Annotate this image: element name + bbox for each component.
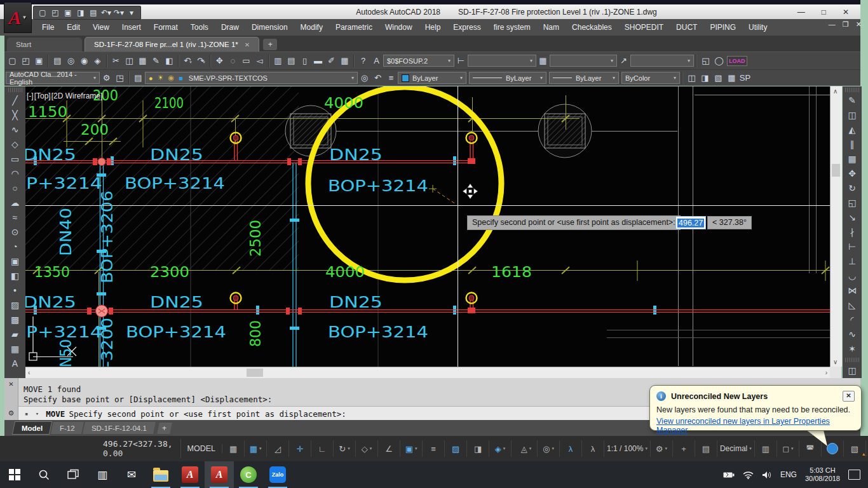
command-options-icon[interactable]: ▪ ▾ bbox=[18, 410, 46, 417]
polygon-icon[interactable]: ◇ bbox=[8, 137, 23, 152]
plot-icon[interactable]: ▤ bbox=[51, 54, 64, 68]
scroll-up-icon[interactable]: ∧ bbox=[833, 88, 837, 95]
publish-icon[interactable]: ◉ bbox=[78, 54, 91, 68]
command-close-icon[interactable]: ✕ bbox=[8, 381, 13, 388]
construction-line-icon[interactable]: ╳ bbox=[8, 108, 23, 123]
copy-object-icon[interactable]: ◫ bbox=[844, 108, 860, 123]
load-application-button[interactable]: LOAD bbox=[727, 56, 747, 66]
close-button[interactable]: ✕ bbox=[843, 8, 849, 17]
taskbar-mail-icon[interactable]: ✉ bbox=[117, 461, 146, 488]
point-icon[interactable]: • bbox=[8, 283, 23, 298]
plot-icon[interactable]: ▤ bbox=[87, 8, 100, 18]
explode-icon[interactable]: ✶ bbox=[844, 342, 860, 356]
speaker-icon[interactable] bbox=[762, 471, 772, 479]
block-editor-icon[interactable]: ◧ bbox=[163, 54, 176, 68]
horizontal-scrollbar[interactable]: ‹ › bbox=[25, 367, 830, 379]
object-snap-icon[interactable]: ▣▾ bbox=[400, 440, 423, 457]
line-icon[interactable]: ╱ bbox=[8, 93, 23, 108]
join-icon[interactable]: ⋈ bbox=[844, 283, 860, 298]
3d-dwf-icon[interactable]: ◈ bbox=[91, 54, 104, 68]
menu-shopedit[interactable]: SHOPEDIT bbox=[618, 19, 670, 36]
taskbar-autocad-classic-icon[interactable]: A bbox=[175, 461, 205, 488]
redo-icon[interactable]: ↷▾ bbox=[112, 8, 125, 18]
taskbar-autocad-2018-icon[interactable]: A bbox=[205, 461, 234, 488]
table-icon[interactable]: ▦ bbox=[8, 342, 23, 356]
sheet-set-manager-icon[interactable]: ▬ bbox=[311, 54, 325, 68]
selection-cycling-icon[interactable]: ◨ bbox=[467, 440, 489, 457]
bring-to-front-icon[interactable]: ◫ bbox=[844, 363, 860, 378]
layer-states-icon[interactable]: ≡ bbox=[384, 71, 398, 85]
redo-icon[interactable]: ↷▾ bbox=[194, 54, 208, 68]
battery-icon[interactable] bbox=[723, 471, 735, 478]
new-layout-button[interactable]: + bbox=[157, 423, 172, 434]
qsave-icon[interactable]: ▣ bbox=[62, 8, 74, 18]
ellipse-icon[interactable]: ⊙ bbox=[8, 225, 23, 240]
menu-express[interactable]: Express bbox=[447, 19, 487, 36]
plot-preview-icon[interactable]: ◎ bbox=[64, 54, 78, 68]
plotstyle-combo[interactable]: ByColor▾ bbox=[621, 72, 680, 84]
design-center-icon[interactable]: ▤ bbox=[285, 54, 298, 68]
toolbar-grip[interactable] bbox=[8, 88, 22, 92]
menu-insert[interactable]: Insert bbox=[116, 19, 147, 36]
menu-file[interactable]: File bbox=[36, 19, 60, 36]
minimize-button[interactable]: — bbox=[797, 8, 805, 17]
new-icon[interactable]: ▢ bbox=[6, 54, 19, 68]
notification-link[interactable]: View unreconciled new layers in Layer Pr… bbox=[656, 417, 855, 435]
menu-tools[interactable]: Tools bbox=[184, 19, 215, 36]
array-icon[interactable]: ▦ bbox=[844, 152, 860, 166]
quick-calc-icon[interactable]: ▦ bbox=[338, 54, 351, 68]
copy-clip-icon[interactable]: ◫ bbox=[123, 54, 136, 68]
menu-nam[interactable]: Nam bbox=[537, 19, 566, 36]
command-wrench-icon[interactable]: ⚙ bbox=[8, 409, 15, 417]
annotation-monitor-plus-icon[interactable]: + bbox=[673, 440, 695, 457]
lineweight-combo[interactable]: ByLayer▾ bbox=[549, 72, 619, 84]
taskbar-start-icon[interactable] bbox=[0, 461, 29, 488]
maximize-button[interactable]: □ bbox=[822, 8, 826, 17]
match-layer-icon[interactable]: ◫ bbox=[685, 71, 698, 85]
trim-icon[interactable]: ∤ bbox=[844, 225, 860, 240]
mirror-icon[interactable]: ◭ bbox=[844, 123, 860, 137]
layer-properties-manager-icon[interactable]: ▤ bbox=[132, 71, 145, 85]
qnew-icon[interactable]: ▢ bbox=[36, 8, 49, 18]
autocad-app-menu-button[interactable]: A▼ bbox=[4, 2, 32, 33]
model-space-button[interactable]: MODEL bbox=[181, 444, 222, 453]
horizontal-scroll-thumb[interactable] bbox=[247, 369, 263, 377]
rectangle-icon[interactable]: ▭ bbox=[8, 152, 23, 166]
move-icon[interactable]: ✥ bbox=[844, 166, 860, 181]
annotation-visibility-icon[interactable]: λ bbox=[560, 440, 582, 457]
text-style-combo[interactable]: $0$FOSUP.2▾ bbox=[383, 55, 454, 67]
tab-active-drawing[interactable]: SD-1F-F-27-08 Fire pr...el 1 (riv .1)-ZO… bbox=[85, 37, 259, 51]
circle-icon[interactable]: ○ bbox=[8, 181, 23, 196]
mleader-style-icon[interactable]: ↗ bbox=[617, 54, 630, 68]
lineweight-display-icon[interactable]: ≡ bbox=[423, 440, 445, 457]
menu-help[interactable]: Help bbox=[419, 19, 447, 36]
selection-filter-icon[interactable]: ◬▾ bbox=[515, 440, 538, 457]
autoscale-icon[interactable]: λ bbox=[582, 440, 604, 457]
toolbar-grip[interactable] bbox=[845, 88, 859, 92]
menu-duct[interactable]: DUCT bbox=[670, 19, 703, 36]
break-at-point-icon[interactable]: ⊥ bbox=[844, 254, 860, 269]
zoom-realtime-icon[interactable]: ◌ bbox=[226, 54, 240, 68]
annotation-scale-label[interactable]: 1:1 / 100%▾ bbox=[604, 440, 651, 457]
text-style-icon[interactable]: A bbox=[370, 54, 383, 68]
scale-icon[interactable]: ◱ bbox=[844, 196, 860, 210]
grid-display-icon[interactable]: ▦ bbox=[222, 440, 245, 457]
tab-close-icon[interactable]: ✕ bbox=[245, 41, 250, 48]
table-style-icon[interactable]: ▦ bbox=[536, 54, 550, 68]
infer-constraints-icon[interactable]: ◿ bbox=[267, 440, 289, 457]
taskbar-search-icon[interactable] bbox=[29, 461, 58, 488]
fillet-icon[interactable]: ◜ bbox=[844, 313, 860, 327]
tab-model[interactable]: Model bbox=[12, 421, 53, 435]
scroll-left-icon[interactable]: ‹ bbox=[28, 369, 30, 376]
clock[interactable]: 5:03 CH 30/08/2018 bbox=[805, 466, 840, 483]
pan-icon[interactable]: ✥ bbox=[213, 54, 226, 68]
save-as-icon[interactable]: ◨ bbox=[74, 8, 87, 18]
menu-modify[interactable]: Modify bbox=[294, 19, 329, 36]
taskbar-store-icon[interactable]: ▥ bbox=[88, 461, 117, 488]
spline-icon[interactable]: ≈ bbox=[8, 210, 23, 225]
gizmo-icon[interactable]: ◎▾ bbox=[538, 440, 560, 457]
layer-on-bulb-icon[interactable]: ● bbox=[149, 74, 153, 82]
color-combo[interactable]: ByLayer▾ bbox=[398, 72, 466, 84]
tool-palettes-icon[interactable]: ▯ bbox=[298, 54, 311, 68]
offset-icon[interactable]: ∥ bbox=[844, 137, 860, 152]
